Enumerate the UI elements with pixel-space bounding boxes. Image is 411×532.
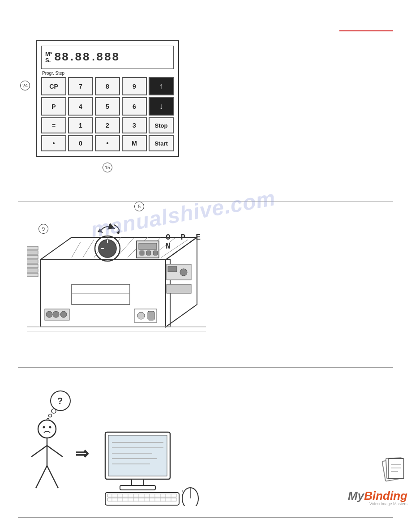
mybinding-logo-container: MyBinding Video Image Masters — [348, 456, 407, 506]
svg-rect-34 — [27, 246, 38, 250]
svg-rect-20 — [140, 251, 144, 255]
svg-rect-29 — [148, 311, 154, 320]
annotation-24: 24 — [20, 81, 30, 90]
svg-rect-31 — [168, 266, 177, 272]
key-dot2[interactable]: • — [95, 135, 120, 151]
keypad-grid: CP 7 8 9 ↑ P 4 5 6 ↓ = 1 2 3 Stop • 0 — [41, 77, 174, 151]
divider-2 — [18, 367, 393, 368]
svg-rect-33 — [167, 284, 191, 293]
svg-rect-38 — [27, 264, 38, 268]
annotation-5: 5 — [134, 202, 144, 211]
key-m[interactable]: M — [122, 135, 147, 151]
svg-point-25 — [53, 311, 59, 317]
svg-rect-39 — [27, 269, 38, 272]
svg-rect-19 — [139, 243, 157, 249]
svg-line-58 — [47, 466, 58, 488]
key-0[interactable]: 0 — [68, 135, 93, 151]
svg-line-56 — [47, 446, 63, 457]
svg-point-51 — [38, 420, 56, 438]
ms-label: M°S. — [45, 51, 52, 64]
key-equals[interactable]: = — [41, 117, 66, 133]
key-2[interactable]: 2 — [95, 117, 120, 133]
key-p[interactable]: P — [41, 97, 66, 116]
mybinding-logo-icon — [378, 456, 407, 490]
key-stop[interactable]: Stop — [149, 117, 174, 133]
svg-rect-36 — [27, 255, 38, 259]
keypad-section: 24 M°S. 88 . 88 . 888 Progr. Step C — [36, 40, 206, 157]
display-digits: 88 . 88 . 888 — [54, 51, 170, 64]
my-text: My — [348, 489, 364, 502]
keypad-panel: M°S. 88 . 88 . 888 Progr. Step CP 7 8 9 — [36, 40, 179, 157]
svg-rect-43 — [72, 284, 130, 305]
open-label: O P E N — [166, 233, 215, 251]
svg-rect-61 — [108, 435, 167, 476]
key-start[interactable]: Start — [149, 135, 174, 151]
svg-text:⇒: ⇒ — [75, 444, 89, 463]
svg-line-3 — [72, 242, 81, 257]
mybinding-logo-text: MyBinding — [348, 490, 407, 502]
key-5[interactable]: 5 — [95, 97, 120, 116]
annotation-15: 15 — [103, 163, 112, 172]
svg-rect-22 — [153, 251, 158, 255]
person-computer-section: ? ⇒ — [18, 376, 407, 511]
key-arrow-up[interactable]: ↑ — [149, 77, 174, 95]
divider-3 — [18, 517, 393, 518]
divider-1 — [18, 202, 393, 202]
svg-point-26 — [60, 311, 67, 317]
person-computer-illustration: ? ⇒ — [18, 381, 242, 506]
machine-section: 5 9 O P E N — [27, 206, 215, 363]
svg-rect-35 — [27, 251, 38, 254]
svg-rect-21 — [146, 251, 151, 255]
annotation-9-container: 9 — [39, 224, 48, 234]
key-6[interactable]: 6 — [122, 97, 147, 116]
svg-line-57 — [36, 466, 47, 488]
key-4[interactable]: 4 — [68, 97, 93, 116]
svg-point-32 — [180, 269, 187, 276]
keypad-display: M°S. 88 . 88 . 888 — [41, 46, 174, 69]
key-7[interactable]: 7 — [68, 77, 93, 95]
svg-line-4 — [83, 240, 94, 257]
key-8[interactable]: 8 — [95, 77, 120, 95]
svg-text:?: ? — [57, 396, 63, 406]
annotation-9: 9 — [39, 224, 48, 234]
svg-point-49 — [49, 414, 52, 417]
svg-rect-37 — [27, 260, 38, 263]
svg-rect-68 — [120, 485, 155, 490]
key-arrow-down[interactable]: ↓ — [149, 97, 174, 116]
svg-line-55 — [31, 446, 47, 457]
key-cp[interactable]: CP — [41, 77, 66, 95]
svg-rect-40 — [27, 273, 38, 277]
svg-point-52 — [43, 426, 45, 429]
top-decorative-line — [339, 30, 393, 31]
annotation-5-container: 5 — [134, 202, 144, 211]
svg-point-28 — [137, 312, 145, 319]
svg-point-53 — [49, 426, 51, 429]
svg-rect-69 — [105, 493, 179, 505]
machine-illustration — [27, 206, 206, 358]
svg-rect-89 — [388, 459, 404, 479]
key-3[interactable]: 3 — [122, 117, 147, 133]
key-dot1[interactable]: • — [41, 135, 66, 151]
svg-point-24 — [46, 311, 52, 317]
key-9[interactable]: 9 — [122, 77, 147, 95]
progr-step-label: Progr. Step — [42, 71, 174, 76]
svg-rect-67 — [132, 479, 144, 485]
key-1[interactable]: 1 — [68, 117, 93, 133]
svg-point-48 — [51, 409, 56, 413]
binding-text: Binding — [364, 489, 407, 502]
